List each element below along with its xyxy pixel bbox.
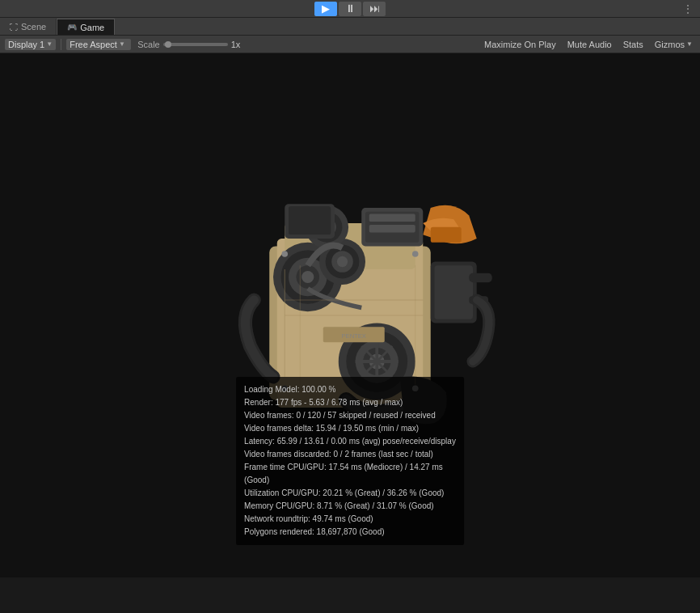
gizmos-dropdown-arrow: ▼ [686,40,693,48]
game-viewport[interactable]: PENTEX [0,53,700,577]
stat-frame-time: Frame time CPU/GPU: 17.54 ms (Mediocre) … [244,461,456,474]
play-controls-toolbar: ▶ ⏸ ⏭ ⋮ [0,0,700,18]
pause-icon: ⏸ [345,2,356,15]
svg-rect-27 [435,265,474,319]
stat-memory: Memory CPU/GPU: 8.71 % (Great) / 31.07 %… [244,500,456,513]
gizmos-label: Gizmos [655,40,685,49]
play-icon: ▶ [322,2,330,15]
scale-slider[interactable] [163,43,228,46]
stat-latency: Latency: 65.99 / 13.61 / 0.00 ms (avg) p… [244,435,456,448]
step-icon: ⏭ [369,2,380,15]
play-controls: ▶ ⏸ ⏭ [314,2,386,16]
svg-point-12 [337,256,348,267]
stat-loading: Loading Model: 100.00 % [244,383,456,396]
separator-1 [61,39,61,50]
scale-slider-thumb [165,41,171,48]
svg-rect-3 [431,227,462,243]
svg-rect-43 [369,214,415,222]
play-button[interactable]: ▶ [314,2,337,16]
stat-network: Network roundtrip: 49.74 ms (Good) [244,513,456,526]
gizmos-button[interactable]: Gizmos ▼ [652,39,695,50]
svg-rect-28 [469,273,492,282]
svg-rect-44 [369,225,415,233]
mute-audio-button[interactable]: Mute Audio [565,39,614,50]
tab-game-label: Game [80,23,104,32]
stat-video-frames: Video frames: 0 / 120 / 57 skipped / reu… [244,409,456,422]
display-label: Display 1 [8,40,44,49]
stat-render: Render: 177 fps - 5.63 / 6.78 ms (avg / … [244,396,456,409]
tab-game[interactable]: 🎮 Game [57,19,115,35]
scale-label: Scale [137,40,160,49]
pause-button[interactable]: ⏸ [339,2,361,16]
stats-overlay: Loading Model: 100.00 % Render: 177 fps … [236,377,464,545]
tab-scene-label: Scene [21,22,46,32]
aspect-dropdown-arrow: ▼ [119,40,125,48]
display-select[interactable]: Display 1 ▼ [5,39,56,50]
display-dropdown-arrow: ▼ [46,40,53,48]
options-bar: Display 1 ▼ Free Aspect ▼ Scale 1x Maxim… [0,36,700,53]
svg-point-38 [412,251,419,257]
step-button[interactable]: ⏭ [363,2,386,16]
stats-button[interactable]: Stats [621,39,646,50]
game-tab-icon: 🎮 [67,23,77,32]
svg-rect-46 [289,206,331,235]
svg-point-37 [281,251,288,257]
tab-bar: ⛶ Scene 🎮 Game [0,18,700,36]
scale-value: 1x [231,40,241,49]
stat-utilization: Utilization CPU/GPU: 20.21 % (Great) / 3… [244,487,456,500]
right-options: Maximize On Play Mute Audio Stats Gizmos… [482,39,695,50]
tab-scene[interactable]: ⛶ Scene [0,19,57,35]
aspect-label: Free Aspect [70,40,117,49]
stat-frame-time2: (Good) [244,474,456,487]
stat-video-delta: Video frames delta: 15.94 / 19.50 ms (mi… [244,422,456,435]
svg-text:PENTEX: PENTEX [342,332,366,340]
more-options-icon[interactable]: ⋮ [682,2,694,15]
aspect-select[interactable]: Free Aspect ▼ [66,39,131,50]
svg-point-8 [302,271,314,283]
scale-section: Scale 1x [137,40,240,49]
scene-tab-icon: ⛶ [10,23,18,32]
stat-polygons: Polygons rendered: 18,697,870 (Good) [244,526,456,539]
stat-frames-discarded: Video frames discarded: 0 / 2 frames (la… [244,448,456,461]
maximize-on-play-button[interactable]: Maximize On Play [482,39,559,50]
